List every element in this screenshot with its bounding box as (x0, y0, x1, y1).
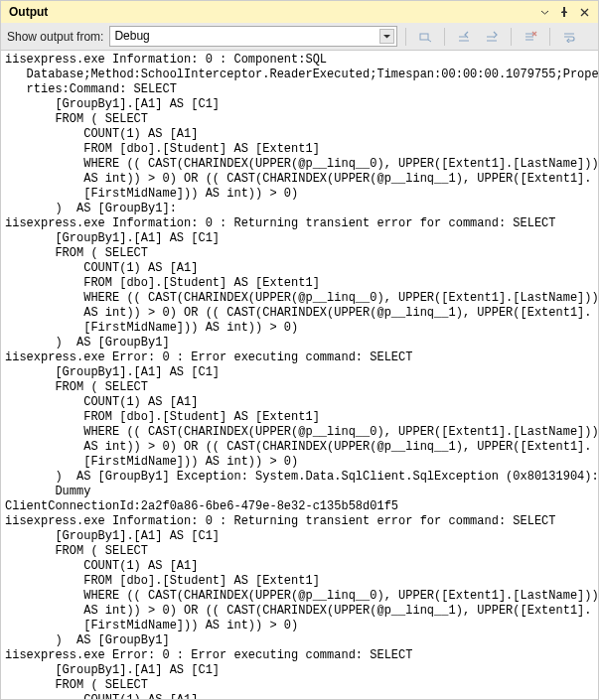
clear-all-icon[interactable] (520, 26, 541, 48)
output-text-pane[interactable]: iisexpress.exe Information: 0 : Componen… (1, 51, 598, 699)
show-output-from-label: Show output from: (7, 30, 103, 44)
toolbar-separator (549, 28, 550, 46)
prev-message-icon[interactable] (453, 26, 475, 48)
next-message-icon[interactable] (481, 26, 503, 48)
close-icon[interactable] (574, 3, 594, 21)
word-wrap-icon[interactable] (558, 26, 580, 48)
toolbar-separator (444, 28, 445, 46)
svg-rect-0 (420, 34, 428, 40)
find-message-icon[interactable] (414, 26, 436, 48)
output-window-titlebar: Output (1, 1, 598, 23)
toolbar-separator (511, 28, 512, 46)
output-toolbar: Show output from: Debug (1, 23, 598, 51)
chevron-down-icon (379, 29, 394, 44)
toolbar-separator (405, 28, 406, 46)
output-window-title: Output (9, 5, 534, 19)
pin-icon[interactable] (554, 3, 574, 21)
output-source-dropdown[interactable]: Debug (109, 26, 397, 47)
window-options-icon[interactable] (534, 3, 554, 21)
output-source-selected: Debug (114, 29, 149, 43)
